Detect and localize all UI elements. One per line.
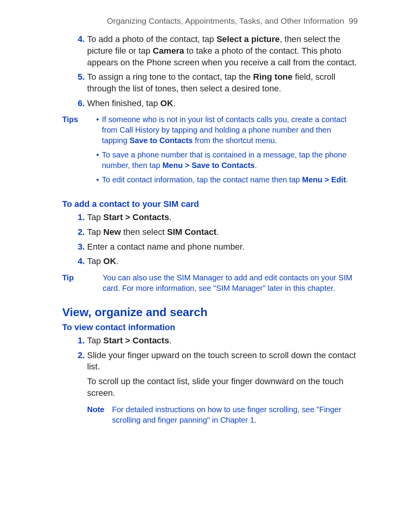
note-text: For detailed instructions on how to use …: [112, 404, 358, 425]
step-number: 3.: [74, 241, 87, 253]
bullet-icon: •: [93, 114, 102, 125]
note-label: Note: [87, 404, 112, 415]
sim-step-1: 1. Tap Start > Contacts.: [62, 212, 358, 223]
tip-item-2: • To save a phone number that is contain…: [93, 150, 358, 171]
tip-sim-manager: Tip You can also use the SIM Manager to …: [62, 273, 358, 294]
step-body: To add a photo of the contact, tap Selec…: [87, 33, 358, 68]
section-heading: View, organize and search: [62, 304, 358, 320]
step-number: 4.: [74, 255, 87, 267]
step-number: 2.: [74, 350, 87, 361]
tip-text: You can also use the SIM Manager to add …: [103, 273, 358, 294]
step-6: 6. When finished, tap OK.: [62, 98, 358, 109]
step-number: 1.: [74, 335, 87, 346]
sim-step-2: 2. Tap New then select SIM Contact.: [62, 226, 358, 238]
step-body: To assign a ring tone to the contact, ta…: [87, 71, 358, 94]
view-step-1: 1. Tap Start > Contacts.: [62, 335, 358, 346]
step-number: 2.: [74, 226, 87, 238]
tip-item-3: • To edit contact information, tap the c…: [93, 175, 358, 185]
header-title: Organizing Contacts, Appointments, Tasks…: [107, 16, 344, 25]
step-body: When finished, tap OK.: [87, 98, 358, 109]
note-finger-scrolling: Note For detailed instructions on how to…: [62, 404, 358, 425]
bullet-icon: •: [93, 175, 102, 185]
tips-content: • If someone who is not in your list of …: [93, 114, 358, 189]
step-5: 5. To assign a ring tone to the contact,…: [62, 71, 358, 94]
manual-page: Organizing Contacts, Appointments, Tasks…: [0, 0, 420, 516]
sim-step-4: 4. Tap OK.: [62, 255, 358, 267]
subheading-view: To view contact information: [62, 322, 358, 333]
step-number: 4.: [74, 33, 87, 45]
view-step-2: 2. Slide your finger upward on the touch…: [62, 350, 358, 373]
scroll-up-note: To scroll up the contact list, slide you…: [62, 376, 358, 399]
tips-label: Tips: [62, 114, 93, 125]
tip-label: Tip: [62, 273, 103, 283]
step-4: 4. To add a photo of the contact, tap Se…: [62, 33, 358, 68]
bullet-icon: •: [93, 150, 102, 160]
subheading-sim: To add a contact to your SIM card: [62, 198, 358, 210]
sim-step-3: 3. Enter a contact name and phone number…: [62, 241, 358, 253]
step-number: 1.: [74, 212, 87, 223]
tips-block: Tips • If someone who is not in your lis…: [62, 114, 358, 189]
running-header: Organizing Contacts, Appointments, Tasks…: [62, 16, 358, 26]
step-number: 6.: [74, 98, 87, 109]
page-number: 99: [349, 16, 358, 25]
tip-item-1: • If someone who is not in your list of …: [93, 114, 358, 146]
step-number: 5.: [74, 71, 87, 83]
